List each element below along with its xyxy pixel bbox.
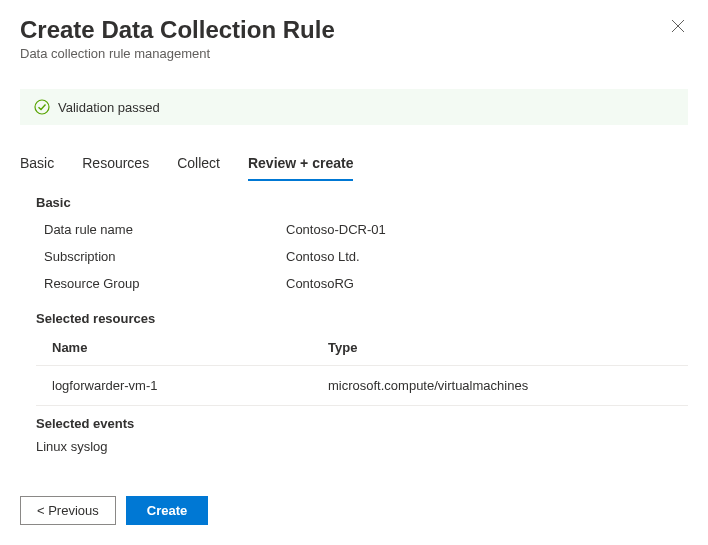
tab-basic[interactable]: Basic [20,149,54,181]
row-resource-group: Resource Group ContosoRG [36,270,688,297]
close-button[interactable] [670,18,686,34]
cell-resource-type: microsoft.compute/virtualmachines [328,378,688,393]
tab-collect[interactable]: Collect [177,149,220,181]
previous-button[interactable]: < Previous [20,496,116,525]
value-data-rule-name: Contoso-DCR-01 [286,222,386,237]
cell-resource-name: logforwarder-vm-1 [36,378,328,393]
column-header-name: Name [36,340,328,355]
page-subtitle: Data collection rule management [20,46,688,61]
page-title: Create Data Collection Rule [20,16,688,44]
tab-review-create[interactable]: Review + create [248,149,353,181]
svg-point-2 [35,100,49,114]
section-selected-events-title: Selected events [36,416,688,431]
tab-bar: Basic Resources Collect Review + create [0,149,708,181]
column-header-type: Type [328,340,688,355]
selected-events-value: Linux syslog [36,437,688,454]
check-circle-icon [34,99,50,115]
row-subscription: Subscription Contoso Ltd. [36,243,688,270]
label-resource-group: Resource Group [36,276,286,291]
validation-banner: Validation passed [20,89,688,125]
create-button[interactable]: Create [126,496,208,525]
table-row: logforwarder-vm-1 microsoft.compute/virt… [36,366,688,406]
validation-text: Validation passed [58,100,160,115]
close-icon [670,18,686,34]
footer-actions: < Previous Create [20,496,208,525]
value-subscription: Contoso Ltd. [286,249,360,264]
section-basic-title: Basic [36,195,688,210]
label-data-rule-name: Data rule name [36,222,286,237]
tab-resources[interactable]: Resources [82,149,149,181]
resources-header-row: Name Type [36,332,688,366]
label-subscription: Subscription [36,249,286,264]
value-resource-group: ContosoRG [286,276,354,291]
row-data-rule-name: Data rule name Contoso-DCR-01 [36,216,688,243]
section-selected-resources-title: Selected resources [36,311,688,326]
